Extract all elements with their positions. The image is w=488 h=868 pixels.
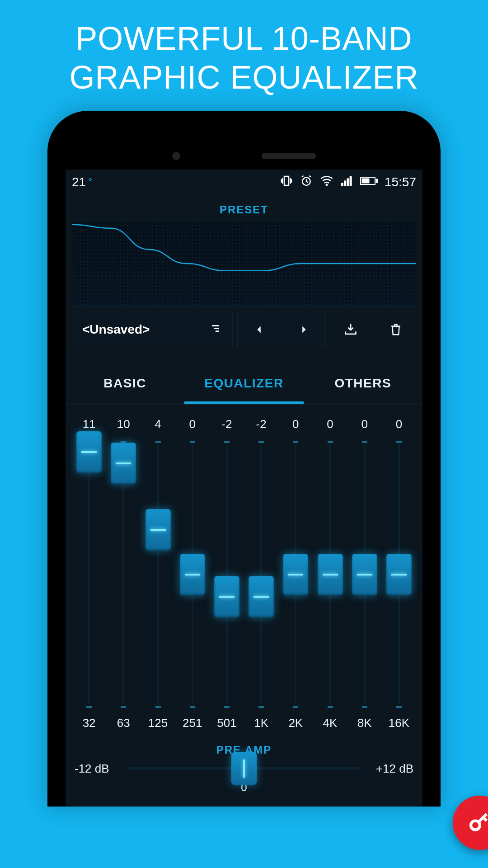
- preset-select[interactable]: <Unsaved>: [72, 312, 233, 347]
- eq-gain-row: 111040-2-20000: [72, 417, 416, 431]
- save-preset-button[interactable]: [330, 312, 371, 347]
- status-bar: 21° 15:57: [66, 170, 422, 195]
- svg-rect-12: [214, 328, 219, 329]
- eq-freq-label: 125: [141, 716, 175, 730]
- eq-band-slider[interactable]: [141, 441, 175, 708]
- svg-rect-2: [341, 183, 343, 186]
- eq-band-slider[interactable]: [244, 441, 278, 708]
- eq-freq-label: 4K: [313, 716, 347, 730]
- eq-gain-value: 0: [313, 417, 347, 431]
- eq-band-thumb[interactable]: [249, 576, 274, 618]
- eq-gain-value: 0: [278, 417, 313, 431]
- svg-rect-13: [216, 330, 219, 332]
- preset-header: PRESET: [66, 195, 422, 221]
- eq-band-slider[interactable]: [347, 441, 382, 708]
- eq-freq-label: 16K: [382, 716, 416, 730]
- svg-point-14: [471, 821, 480, 830]
- eq-band-thumb[interactable]: [214, 576, 239, 618]
- alarm-icon: [300, 174, 313, 191]
- eq-freq-row: 32631252515011K2K4K8K16K: [72, 716, 416, 730]
- menu-icon: [209, 322, 222, 337]
- eq-gain-value: 0: [175, 417, 210, 431]
- delete-preset-button[interactable]: [375, 312, 416, 347]
- preset-name-label: <Unsaved>: [82, 322, 150, 337]
- temperature: 21: [72, 175, 86, 189]
- eq-band-thumb[interactable]: [76, 431, 102, 473]
- equalizer-panel: 111040-2-20000 32631252515011K2K4K8K16K: [66, 405, 422, 736]
- eq-gain-value: 11: [72, 417, 106, 431]
- tab-basic[interactable]: BASIC: [66, 365, 184, 404]
- signal-icon: [340, 174, 354, 191]
- next-preset-button[interactable]: [282, 312, 325, 347]
- eq-freq-label: 501: [210, 716, 244, 730]
- prev-preset-button[interactable]: [238, 312, 281, 347]
- preamp-min: -12 dB: [75, 762, 120, 776]
- eq-band-slider[interactable]: [106, 441, 141, 708]
- eq-freq-label: 251: [175, 716, 210, 730]
- svg-rect-8: [376, 179, 378, 183]
- vibrate-icon: [280, 174, 293, 191]
- svg-rect-11: [212, 325, 219, 326]
- eq-band-slider[interactable]: [175, 441, 210, 708]
- tab-others[interactable]: OTHERS: [304, 365, 422, 404]
- eq-freq-label: 1K: [244, 716, 278, 730]
- eq-band-slider[interactable]: [382, 441, 416, 708]
- eq-gain-value: 0: [347, 417, 382, 431]
- wifi-icon: [319, 174, 334, 191]
- eq-band-thumb[interactable]: [145, 509, 171, 551]
- svg-rect-7: [362, 179, 369, 183]
- eq-freq-label: 32: [72, 716, 106, 730]
- eq-band-thumb[interactable]: [111, 443, 136, 484]
- eq-band-slider[interactable]: [210, 441, 244, 708]
- eq-band-thumb[interactable]: [180, 554, 205, 595]
- preamp-slider[interactable]: [128, 767, 360, 770]
- preamp-section: PRE AMP -12 dB +12 dB 0: [66, 736, 422, 807]
- screen: 21° 15:57 P: [66, 170, 422, 807]
- phone-frame: 21° 15:57 P: [47, 111, 441, 807]
- eq-gain-value: 4: [141, 417, 175, 431]
- eq-gain-value: 10: [106, 417, 141, 431]
- eq-band-slider[interactable]: [278, 441, 313, 708]
- eq-band-thumb[interactable]: [386, 554, 412, 595]
- tab-equalizer[interactable]: EQUALIZER: [184, 365, 303, 404]
- eq-gain-value: 0: [382, 417, 416, 431]
- preamp-max: +12 dB: [368, 762, 413, 776]
- eq-gain-value: -2: [210, 417, 244, 431]
- eq-curve-display: [72, 221, 416, 307]
- svg-point-1: [326, 184, 328, 186]
- promo-title: POWERFUL 10-BAND GRAPHIC EQUALIZER: [0, 0, 488, 111]
- key-icon: [466, 808, 488, 837]
- eq-band-slider[interactable]: [72, 441, 106, 708]
- eq-band-thumb[interactable]: [318, 554, 343, 595]
- eq-band-thumb[interactable]: [283, 554, 308, 595]
- eq-sliders: [72, 441, 416, 708]
- eq-gain-value: -2: [244, 417, 278, 431]
- battery-icon: [360, 175, 378, 189]
- clock: 15:57: [385, 175, 416, 189]
- eq-freq-label: 8K: [347, 716, 382, 730]
- svg-rect-4: [347, 179, 349, 186]
- tabs: BASIC EQUALIZER OTHERS: [66, 365, 422, 405]
- fab-button[interactable]: [453, 796, 488, 850]
- eq-band-slider[interactable]: [313, 441, 347, 708]
- svg-rect-5: [350, 176, 352, 186]
- eq-freq-label: 2K: [278, 716, 313, 730]
- svg-rect-3: [344, 181, 346, 186]
- eq-freq-label: 63: [106, 716, 141, 730]
- degree-icon: °: [88, 176, 92, 188]
- preamp-thumb[interactable]: [231, 752, 257, 785]
- eq-band-thumb[interactable]: [352, 554, 377, 595]
